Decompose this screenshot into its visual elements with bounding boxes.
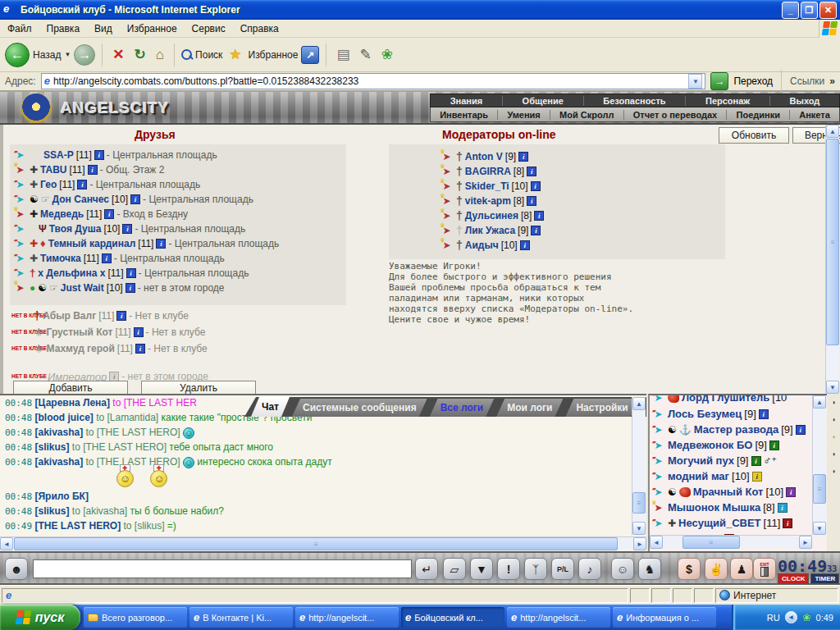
scroll-right-icon[interactable]: ► [799, 536, 812, 549]
home-icon[interactable]: ⌂ [153, 47, 167, 63]
chat-sender[interactable]: [akivasha] [34, 456, 83, 468]
info-icon[interactable]: i [88, 165, 98, 175]
scroll-right-icon[interactable]: ► [633, 537, 646, 550]
smileys-icon[interactable]: ☺ [611, 558, 634, 580]
moderator-name[interactable]: BAGIRRA [465, 166, 511, 177]
info-icon[interactable]: i [752, 472, 762, 482]
main-scrollbar[interactable]: ▲ ≡ ▼ [825, 125, 839, 394]
players-scrollbar[interactable]: ▲ ≡ ▼ [812, 395, 826, 535]
info-icon[interactable]: i [531, 226, 541, 235]
moderator-name[interactable]: vitek-apm [465, 195, 511, 207]
start-button[interactable]: пуск [0, 605, 80, 630]
moderator-name[interactable]: Лик Ужаса [465, 225, 515, 236]
info-icon[interactable]: i [786, 487, 796, 497]
player-name[interactable]: Могучий пух [668, 454, 734, 467]
edit-icon[interactable]: ✎ [357, 46, 375, 63]
back-label[interactable]: Назад [33, 49, 61, 61]
info-icon[interactable]: i [527, 196, 536, 206]
nav-skills[interactable]: Умения [498, 110, 550, 120]
scroll-thumb[interactable]: ≡ [826, 139, 839, 345]
restore-button[interactable]: ❐ [801, 2, 818, 19]
info-icon[interactable]: i [126, 283, 135, 293]
go-icon[interactable]: → [710, 72, 728, 90]
links-more-icon[interactable]: » [829, 75, 835, 87]
nav-duels[interactable]: Поединки [727, 110, 790, 120]
links-label[interactable]: Ссылки [790, 75, 824, 87]
info-icon[interactable]: i [759, 409, 769, 419]
clock-label[interactable]: CLOCK [778, 573, 809, 584]
menu-help[interactable]: Справка [233, 23, 286, 34]
player-name[interactable]: Лорд Глушитель [682, 394, 769, 404]
friend-name[interactable]: TABU [40, 164, 66, 176]
scroll-down-icon[interactable]: ▼ [826, 381, 839, 394]
eraser-icon[interactable]: ▱ [443, 558, 466, 580]
friend-name[interactable]: Just Wait [61, 282, 104, 294]
sound-icon[interactable]: ♪ [578, 558, 601, 580]
info-icon[interactable]: i [783, 518, 792, 528]
player-name[interactable]: Мрачный Кот [693, 486, 764, 498]
friend-name[interactable]: Гео [40, 179, 57, 190]
nav-exit[interactable]: Выход [770, 96, 839, 106]
info-icon[interactable]: i [796, 425, 806, 435]
scroll-left-icon[interactable]: ◄ [0, 537, 13, 550]
player-name[interactable]: Несущий_СВЕТ [678, 517, 760, 529]
task-angelscity-1[interactable]: e http://angelscit... [295, 607, 399, 628]
tray-collapse-icon[interactable]: ◄ [785, 611, 797, 623]
chat-sender[interactable]: [Царевна Лена] [34, 397, 110, 409]
friend-name[interactable]: Грустный Кот [47, 326, 113, 338]
friend-name[interactable]: Твоя Душа [49, 223, 102, 235]
pay-hand-icon[interactable]: ✌ [705, 558, 728, 580]
minimize-button[interactable]: _ [782, 2, 799, 19]
info-icon[interactable]: i [126, 268, 136, 278]
tray-messenger-icon[interactable]: ❀ [802, 611, 811, 623]
friend-name[interactable]: Тимочка [40, 253, 81, 264]
scroll-thumb[interactable]: ≡ [14, 537, 618, 550]
friend-name[interactable]: Медведь [40, 208, 84, 220]
scroll-up-icon[interactable]: ▲ [632, 397, 646, 410]
player-name[interactable]: Медвежонок БО [668, 439, 752, 451]
info-icon[interactable]: i [104, 209, 114, 219]
person-icon[interactable]: ♟ [730, 558, 753, 580]
friend-name[interactable]: Абыр Валг [43, 310, 96, 322]
chat-sender[interactable]: [THE LAST HERO] [34, 520, 121, 532]
tab-settings[interactable]: Настройки [565, 399, 638, 417]
search-label[interactable]: Поиск [195, 49, 222, 61]
chat-scrollbar[interactable]: ▲ ≡ ▼ [632, 397, 646, 535]
info-icon[interactable]: i [751, 456, 761, 466]
print-icon[interactable]: ▤ [333, 46, 353, 63]
scroll-up-icon[interactable]: ▲ [826, 125, 839, 138]
info-icon[interactable]: i [156, 239, 166, 249]
menu-file[interactable]: Файл [0, 23, 39, 34]
address-dropdown-icon[interactable]: ▼ [688, 74, 702, 89]
info-icon[interactable]: i [134, 327, 144, 337]
scroll-up-icon[interactable]: ▲ [813, 395, 826, 409]
scroll-thumb[interactable]: ≡ [632, 492, 646, 514]
favorites-star-icon[interactable]: ★ [226, 46, 244, 63]
info-icon[interactable]: i [94, 150, 104, 160]
nav-transfers[interactable]: Отчет о переводах [624, 110, 728, 120]
chat-sender[interactable]: [Ярило БК] [34, 491, 88, 502]
scroll-down-icon[interactable]: ▼ [632, 522, 646, 535]
nav-profile[interactable]: Анкета [790, 110, 839, 120]
chat-input[interactable] [33, 559, 412, 578]
players-hscrollbar[interactable]: ◄ ≡ ► [650, 535, 812, 548]
scroll-thumb[interactable]: ≡ [813, 474, 826, 504]
chat-sender[interactable]: [akivasha] [34, 427, 83, 438]
moderator-name[interactable]: Аидыч [465, 240, 499, 251]
close-button[interactable]: ✕ [819, 2, 837, 19]
player-name[interactable]: Мышонок Мышка [668, 501, 760, 514]
player-name[interactable]: Мастер развода [694, 423, 778, 436]
player-name[interactable]: Лось Безумец [668, 408, 742, 420]
tab-my-logs[interactable]: Мои логи [496, 399, 563, 417]
icq-flower-icon[interactable]: ❀ [378, 46, 396, 63]
task-angelscity-2[interactable]: e http://angelscit... [507, 607, 610, 628]
task-fight-club-active[interactable]: e Бойцовский кл... [401, 607, 504, 628]
friend-name[interactable]: Махмуд герой [47, 343, 115, 354]
friend-name[interactable]: SSA-P [43, 149, 74, 161]
nav-knowledge[interactable]: Знания [431, 96, 503, 106]
moderator-name[interactable]: Skider_Ti [465, 180, 509, 192]
back-dropdown-icon[interactable]: ▼ [64, 51, 71, 58]
refresh-list-button[interactable]: Обновить [719, 127, 789, 144]
nav-inventory[interactable]: Инвентарь [431, 110, 498, 120]
language-indicator[interactable]: RU [767, 613, 780, 623]
